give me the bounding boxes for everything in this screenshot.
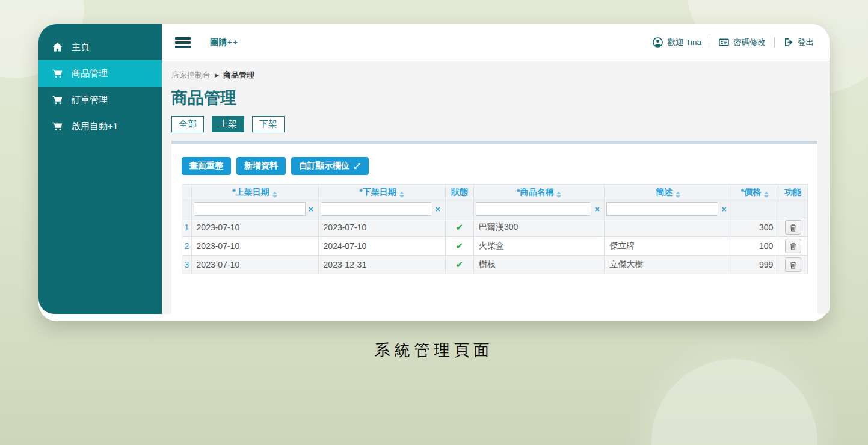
cell-desc [605,218,731,237]
cell-num: 3 [182,256,192,274]
column-label: *價格 [741,187,761,197]
cell-desc: 傑立牌 [605,237,731,256]
toolbar: 畫面重整 新增資料 自訂顯示欄位 [182,157,808,175]
sidebar: 主頁商品管理訂單管理啟用自動+1 [38,24,162,314]
cell-end: 2024-07-10 [318,237,445,256]
user-circle-icon [653,37,663,48]
filter-cell-end: × [318,200,445,218]
column-label: *下架日期 [359,187,396,197]
delete-button[interactable] [785,239,801,253]
delete-button[interactable] [785,220,801,235]
separator [774,37,775,48]
decor-circle [651,359,817,445]
cell-num: 1 [182,218,192,237]
filter-cell-price [731,200,778,218]
sidebar-item-0[interactable]: 主頁 [38,34,162,60]
cell-start: 2023-07-10 [191,256,318,274]
screenshot-caption: 系統管理頁面 [0,340,868,361]
clear-filter-icon[interactable]: × [591,204,602,214]
cell-action [778,237,808,256]
sort-icon[interactable] [676,192,680,198]
filter-input-end[interactable] [321,202,432,216]
trash-icon [790,224,796,232]
tab-0[interactable]: 全部 [171,116,204,132]
cell-name: 巴爾漢300 [473,218,605,237]
filter-input-name[interactable] [476,202,592,216]
add-data-button[interactable]: 新增資料 [236,157,286,175]
column-header-end[interactable]: *下架日期 [318,185,445,200]
sidebar-item-label: 主頁 [72,41,90,53]
column-header-name[interactable]: *商品名稱 [473,185,605,200]
refresh-button[interactable]: 畫面重整 [182,157,231,175]
expand-arrows-icon [354,162,361,170]
cell-end: 2023-07-10 [318,218,445,237]
sort-icon[interactable] [272,192,277,198]
clear-filter-icon[interactable]: × [306,204,316,214]
cell-action [778,218,808,237]
status-check-icon: ✔ [455,259,463,269]
cell-name: 樹枝 [473,256,605,274]
hamburger-menu-icon[interactable] [175,37,191,48]
table-row: 22023-07-102024-07-10✔火柴盒傑立牌100 [182,237,808,256]
sidebar-item-2[interactable]: 訂單管理 [38,87,162,113]
sidebar-item-1[interactable]: 商品管理 [38,60,162,87]
welcome-text: 歡迎 Tina [667,37,701,48]
filter-cell-desc: × [605,200,731,218]
filter-input-desc[interactable] [606,202,718,216]
clear-filter-icon[interactable]: × [432,204,443,214]
delete-button[interactable] [785,257,801,272]
column-header-start[interactable]: *上架日期 [191,185,318,200]
cart-icon [52,69,63,79]
sort-icon[interactable] [399,192,404,198]
page-title: 商品管理 [171,87,817,109]
status-check-icon: ✔ [455,241,463,251]
tab-1[interactable]: 上架 [212,116,244,132]
column-header-status: 狀態 [445,185,473,200]
cell-start: 2023-07-10 [191,218,318,237]
breadcrumb-current: 商品管理 [223,70,254,81]
cell-price: 100 [731,237,778,256]
tab-2[interactable]: 下架 [252,116,285,132]
topbar-right: 歡迎 Tina 密碼修改 登出 [653,37,814,48]
password-change-link[interactable]: 密碼修改 [719,37,766,48]
welcome-user: 歡迎 Tina [653,37,701,48]
column-header-desc[interactable]: 簡述 [605,185,731,200]
id-card-icon [719,37,729,48]
password-change-label: 密碼修改 [733,37,766,48]
sidebar-item-3[interactable]: 啟用自動+1 [38,113,162,140]
column-label: 簡述 [656,187,673,197]
cell-status: ✔ [445,237,473,256]
breadcrumb: 店家控制台 ▶ 商品管理 [171,70,817,81]
content-area: 店家控制台 ▶ 商品管理 商品管理 全部上架下架 畫面重整 新增資料 自訂顯示欄… [162,61,830,314]
brand-logo: 團購++ [210,37,238,48]
main-area: 團購++ 歡迎 Tina 密碼修改 [162,24,830,314]
status-check-icon: ✔ [455,222,463,232]
filter-cell-start: × [191,200,318,218]
trash-icon [790,261,796,269]
table-row: 32023-07-102023-12-31✔樹枝立傑大樹999 [182,256,808,274]
filter-input-start[interactable] [194,202,306,216]
cell-status: ✔ [445,256,473,274]
column-header-action: 功能 [778,185,808,200]
cell-desc: 立傑大樹 [605,256,731,274]
column-label: *上架日期 [232,187,269,197]
customize-columns-button[interactable]: 自訂顯示欄位 [291,157,369,175]
cart-icon [52,121,63,132]
column-label: 功能 [784,187,801,197]
table-panel: 畫面重整 新增資料 自訂顯示欄位 *上架日期*下架日期狀態*商品名稱簡述*價格功… [171,144,817,314]
sort-icon[interactable] [556,192,561,198]
column-header-price[interactable]: *價格 [731,185,778,200]
breadcrumb-root[interactable]: 店家控制台 [171,70,211,81]
table-row: 12023-07-102023-07-10✔巴爾漢300300 [182,218,808,237]
products-table: *上架日期*下架日期狀態*商品名稱簡述*價格功能×××× 12023-07-10… [182,184,808,274]
sort-icon[interactable] [764,192,769,198]
table-header-row: *上架日期*下架日期狀態*商品名稱簡述*價格功能 [182,185,808,200]
filter-cell-name: × [473,200,605,218]
status-tabs: 全部上架下架 [171,116,817,132]
home-icon [52,42,63,52]
sidebar-item-label: 商品管理 [72,68,108,79]
cell-end: 2023-12-31 [318,256,445,274]
cell-name: 火柴盒 [473,237,605,256]
logout-link[interactable]: 登出 [783,37,814,48]
clear-filter-icon[interactable]: × [718,204,729,214]
